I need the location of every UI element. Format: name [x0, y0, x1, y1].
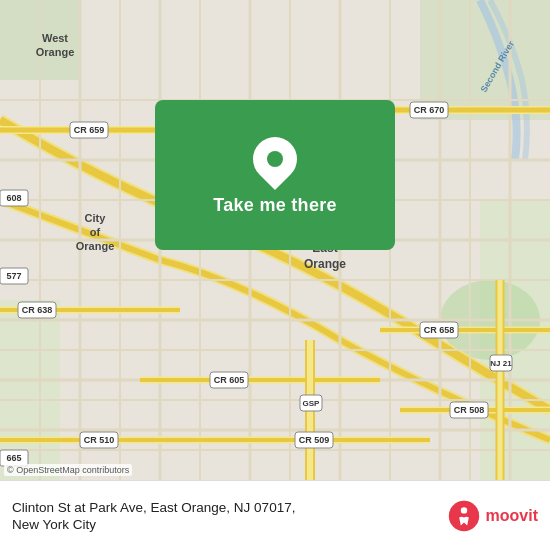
location-pin-icon	[251, 135, 299, 183]
svg-text:of: of	[90, 226, 101, 238]
city-line: New York City	[12, 517, 295, 532]
bottom-bar: Clinton St at Park Ave, East Orange, NJ …	[0, 480, 550, 550]
svg-point-83	[448, 500, 478, 530]
action-card: Take me there	[155, 100, 395, 250]
moovit-logo: moovit	[448, 500, 538, 532]
svg-text:CR 509: CR 509	[299, 435, 330, 445]
svg-text:Orange: Orange	[36, 46, 75, 58]
moovit-label: moovit	[486, 507, 538, 525]
svg-text:West: West	[42, 32, 68, 44]
svg-text:CR 508: CR 508	[454, 405, 485, 415]
svg-text:GSP: GSP	[303, 399, 321, 408]
svg-text:CR 658: CR 658	[424, 325, 455, 335]
svg-text:Orange: Orange	[76, 240, 115, 252]
svg-text:CR 659: CR 659	[74, 125, 105, 135]
address-line: Clinton St at Park Ave, East Orange, NJ …	[12, 500, 295, 515]
svg-point-84	[460, 507, 466, 513]
svg-text:NJ 21: NJ 21	[490, 359, 512, 368]
svg-text:CR 638: CR 638	[22, 305, 53, 315]
svg-text:608: 608	[6, 193, 21, 203]
osm-credit: © OpenStreetMap contributors	[4, 464, 132, 476]
moovit-icon	[448, 500, 480, 532]
svg-text:City: City	[85, 212, 107, 224]
address-block: Clinton St at Park Ave, East Orange, NJ …	[12, 500, 295, 532]
svg-text:665: 665	[6, 453, 21, 463]
svg-text:CR 605: CR 605	[214, 375, 245, 385]
svg-text:CR 670: CR 670	[414, 105, 445, 115]
svg-text:577: 577	[6, 271, 21, 281]
svg-text:Orange: Orange	[304, 257, 346, 271]
map-container: CR 659 CR 670 CR 638 CR 605 CR 510 CR 50…	[0, 0, 550, 480]
take-me-there-button[interactable]: Take me there	[213, 195, 337, 216]
svg-text:CR 510: CR 510	[84, 435, 115, 445]
